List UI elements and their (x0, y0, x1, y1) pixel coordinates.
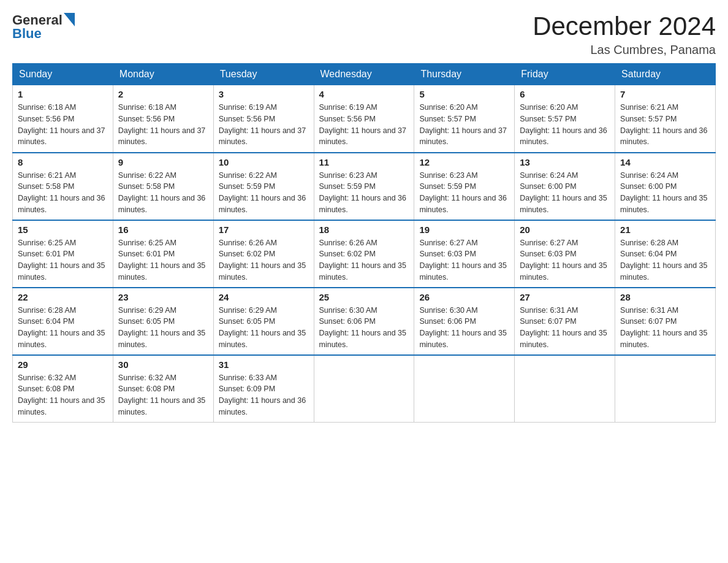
day-info: Sunrise: 6:24 AMSunset: 6:00 PMDaylight:… (520, 170, 610, 216)
weekday-header-friday: Friday (515, 64, 615, 85)
calendar-week-row: 15Sunrise: 6:25 AMSunset: 6:01 PMDayligh… (13, 220, 716, 288)
day-info: Sunrise: 6:29 AMSunset: 6:05 PMDaylight:… (219, 305, 309, 351)
day-info: Sunrise: 6:25 AMSunset: 6:01 PMDaylight:… (118, 237, 208, 283)
calendar-week-row: 22Sunrise: 6:28 AMSunset: 6:04 PMDayligh… (13, 288, 716, 355)
weekday-header-wednesday: Wednesday (314, 64, 414, 85)
day-info: Sunrise: 6:20 AMSunset: 5:57 PMDaylight:… (419, 102, 509, 148)
calendar-table: SundayMondayTuesdayWednesdayThursdayFrid… (12, 63, 716, 423)
calendar-cell: 16Sunrise: 6:25 AMSunset: 6:01 PMDayligh… (113, 220, 213, 288)
day-number: 21 (620, 224, 710, 235)
day-number: 25 (319, 292, 409, 302)
day-number: 3 (219, 89, 309, 99)
calendar-cell: 17Sunrise: 6:26 AMSunset: 6:02 PMDayligh… (213, 220, 314, 288)
day-number: 24 (219, 292, 309, 302)
day-number: 11 (319, 157, 409, 167)
day-info: Sunrise: 6:29 AMSunset: 6:05 PMDaylight:… (118, 305, 208, 351)
weekday-header-row: SundayMondayTuesdayWednesdayThursdayFrid… (13, 64, 716, 85)
day-info: Sunrise: 6:31 AMSunset: 6:07 PMDaylight:… (520, 305, 610, 351)
calendar-cell: 24Sunrise: 6:29 AMSunset: 6:05 PMDayligh… (213, 288, 314, 355)
day-number: 29 (18, 359, 108, 370)
month-year-title: December 2024 (533, 12, 716, 40)
day-number: 22 (18, 292, 108, 302)
calendar-cell: 28Sunrise: 6:31 AMSunset: 6:07 PMDayligh… (615, 288, 716, 355)
calendar-cell (515, 355, 615, 423)
day-number: 28 (620, 292, 710, 302)
calendar-cell: 2Sunrise: 6:18 AMSunset: 5:56 PMDaylight… (113, 85, 213, 153)
day-info: Sunrise: 6:30 AMSunset: 6:06 PMDaylight:… (419, 305, 509, 351)
day-info: Sunrise: 6:31 AMSunset: 6:07 PMDaylight:… (620, 305, 710, 351)
day-number: 17 (219, 224, 309, 235)
day-info: Sunrise: 6:22 AMSunset: 5:58 PMDaylight:… (118, 170, 208, 216)
day-number: 15 (18, 224, 108, 235)
calendar-cell: 9Sunrise: 6:22 AMSunset: 5:58 PMDaylight… (113, 153, 213, 220)
day-number: 12 (419, 157, 509, 167)
day-number: 14 (620, 157, 710, 167)
day-number: 8 (18, 157, 108, 167)
day-number: 7 (620, 89, 710, 99)
day-number: 4 (319, 89, 409, 99)
calendar-cell: 21Sunrise: 6:28 AMSunset: 6:04 PMDayligh… (615, 220, 716, 288)
day-number: 31 (219, 359, 309, 370)
day-number: 30 (118, 359, 208, 370)
day-info: Sunrise: 6:23 AMSunset: 5:59 PMDaylight:… (419, 170, 509, 216)
calendar-cell: 30Sunrise: 6:32 AMSunset: 6:08 PMDayligh… (113, 355, 213, 423)
day-number: 18 (319, 224, 409, 235)
day-info: Sunrise: 6:26 AMSunset: 6:02 PMDaylight:… (319, 237, 409, 283)
calendar-cell: 31Sunrise: 6:33 AMSunset: 6:09 PMDayligh… (213, 355, 314, 423)
calendar-cell: 4Sunrise: 6:19 AMSunset: 5:56 PMDaylight… (314, 85, 414, 153)
calendar-cell: 10Sunrise: 6:22 AMSunset: 5:59 PMDayligh… (213, 153, 314, 220)
calendar-cell: 11Sunrise: 6:23 AMSunset: 5:59 PMDayligh… (314, 153, 414, 220)
day-number: 9 (118, 157, 208, 167)
svg-marker-0 (64, 13, 75, 26)
day-info: Sunrise: 6:26 AMSunset: 6:02 PMDaylight:… (219, 237, 309, 283)
day-number: 20 (520, 224, 610, 235)
day-info: Sunrise: 6:20 AMSunset: 5:57 PMDaylight:… (520, 102, 610, 148)
calendar-week-row: 1Sunrise: 6:18 AMSunset: 5:56 PMDaylight… (13, 85, 716, 153)
day-info: Sunrise: 6:23 AMSunset: 5:59 PMDaylight:… (319, 170, 409, 216)
calendar-cell: 22Sunrise: 6:28 AMSunset: 6:04 PMDayligh… (13, 288, 113, 355)
calendar-cell: 3Sunrise: 6:19 AMSunset: 5:56 PMDaylight… (213, 85, 314, 153)
day-info: Sunrise: 6:33 AMSunset: 6:09 PMDaylight:… (219, 372, 309, 418)
day-number: 6 (520, 89, 610, 99)
calendar-cell: 12Sunrise: 6:23 AMSunset: 5:59 PMDayligh… (414, 153, 515, 220)
day-info: Sunrise: 6:32 AMSunset: 6:08 PMDaylight:… (118, 372, 208, 418)
page-header: General Blue December 2024 Las Cumbres, … (12, 12, 716, 57)
day-number: 13 (520, 157, 610, 167)
calendar-cell: 20Sunrise: 6:27 AMSunset: 6:03 PMDayligh… (515, 220, 615, 288)
location-subtitle: Las Cumbres, Panama (533, 43, 716, 57)
weekday-header-sunday: Sunday (13, 64, 113, 85)
day-info: Sunrise: 6:21 AMSunset: 5:58 PMDaylight:… (18, 170, 108, 216)
calendar-week-row: 29Sunrise: 6:32 AMSunset: 6:08 PMDayligh… (13, 355, 716, 423)
day-number: 1 (18, 89, 108, 99)
calendar-cell: 7Sunrise: 6:21 AMSunset: 5:57 PMDaylight… (615, 85, 716, 153)
day-number: 2 (118, 89, 208, 99)
day-info: Sunrise: 6:28 AMSunset: 6:04 PMDaylight:… (18, 305, 108, 351)
calendar-cell: 25Sunrise: 6:30 AMSunset: 6:06 PMDayligh… (314, 288, 414, 355)
logo-triangle-icon (64, 13, 75, 26)
day-info: Sunrise: 6:22 AMSunset: 5:59 PMDaylight:… (219, 170, 309, 216)
day-info: Sunrise: 6:24 AMSunset: 6:00 PMDaylight:… (620, 170, 710, 216)
calendar-cell: 8Sunrise: 6:21 AMSunset: 5:58 PMDaylight… (13, 153, 113, 220)
day-number: 27 (520, 292, 610, 302)
day-info: Sunrise: 6:28 AMSunset: 6:04 PMDaylight:… (620, 237, 710, 283)
calendar-cell: 1Sunrise: 6:18 AMSunset: 5:56 PMDaylight… (13, 85, 113, 153)
day-number: 26 (419, 292, 509, 302)
calendar-cell: 13Sunrise: 6:24 AMSunset: 6:00 PMDayligh… (515, 153, 615, 220)
weekday-header-saturday: Saturday (615, 64, 716, 85)
day-number: 16 (118, 224, 208, 235)
calendar-cell: 26Sunrise: 6:30 AMSunset: 6:06 PMDayligh… (414, 288, 515, 355)
calendar-cell: 19Sunrise: 6:27 AMSunset: 6:03 PMDayligh… (414, 220, 515, 288)
weekday-header-monday: Monday (113, 64, 213, 85)
day-info: Sunrise: 6:25 AMSunset: 6:01 PMDaylight:… (18, 237, 108, 283)
day-info: Sunrise: 6:27 AMSunset: 6:03 PMDaylight:… (520, 237, 610, 283)
calendar-cell (414, 355, 515, 423)
calendar-cell: 18Sunrise: 6:26 AMSunset: 6:02 PMDayligh… (314, 220, 414, 288)
day-number: 5 (419, 89, 509, 99)
title-section: December 2024 Las Cumbres, Panama (533, 12, 716, 57)
day-info: Sunrise: 6:30 AMSunset: 6:06 PMDaylight:… (319, 305, 409, 351)
day-info: Sunrise: 6:18 AMSunset: 5:56 PMDaylight:… (18, 102, 108, 148)
day-number: 19 (419, 224, 509, 235)
calendar-week-row: 8Sunrise: 6:21 AMSunset: 5:58 PMDaylight… (13, 153, 716, 220)
day-info: Sunrise: 6:19 AMSunset: 5:56 PMDaylight:… (219, 102, 309, 148)
calendar-cell: 6Sunrise: 6:20 AMSunset: 5:57 PMDaylight… (515, 85, 615, 153)
